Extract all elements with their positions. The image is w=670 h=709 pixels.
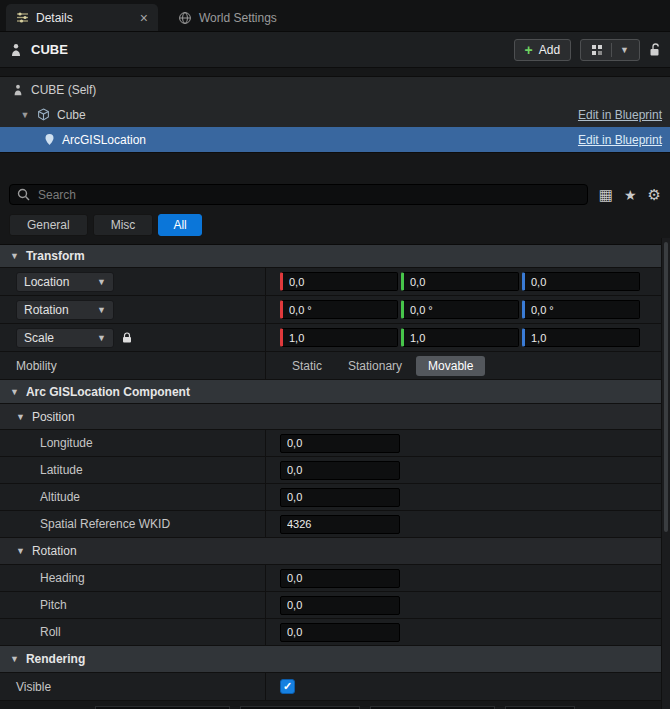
latitude-input[interactable] (281, 464, 399, 476)
rotation-z-field[interactable] (522, 300, 640, 319)
section-rendering[interactable]: ▼ Rendering (0, 646, 670, 673)
property-name: Rotation ▼ (0, 296, 266, 323)
edit-in-blueprint-link[interactable]: Edit in Blueprint (578, 108, 662, 122)
scale-z-field[interactable] (522, 328, 640, 347)
location-z-input[interactable] (525, 276, 639, 288)
tab-details-label: Details (36, 11, 73, 25)
scale-x-input[interactable] (283, 332, 397, 344)
property-label: Heading (40, 571, 85, 585)
search-input[interactable] (36, 187, 580, 203)
spatial-reference-wkid-field[interactable] (280, 515, 400, 534)
browse-icon (591, 44, 603, 56)
property-row-mobility: Mobility Static Stationary Movable (0, 352, 670, 380)
property-name: Heading (0, 565, 266, 591)
scale-lock-icon[interactable] (122, 332, 132, 344)
rotation-x-field[interactable] (280, 300, 398, 319)
location-y-input[interactable] (404, 276, 518, 288)
property-row-pitch: Pitch (0, 592, 670, 619)
subsection-position[interactable]: ▼ Position (0, 404, 670, 430)
section-arcgislocation-component[interactable]: ▼ Arc GISLocation Component (0, 380, 670, 404)
location-z-field[interactable] (522, 272, 640, 291)
favorites-star-icon[interactable]: ★ (624, 188, 637, 202)
property-value (266, 484, 670, 510)
heading-input[interactable] (281, 572, 399, 584)
actor-name: CUBE (31, 42, 68, 57)
tree-row-label: ArcGISLocation (62, 133, 146, 147)
section-transform[interactable]: ▼ Transform (0, 245, 670, 268)
expander-icon[interactable]: ▼ (20, 110, 30, 120)
rotation-type-dropdown[interactable]: Rotation ▼ (16, 300, 114, 320)
tab-details[interactable]: Details × (6, 4, 158, 31)
pitch-input[interactable] (281, 599, 399, 611)
lock-icon[interactable] (649, 43, 661, 57)
scrollbar-thumb[interactable] (664, 242, 668, 532)
rotation-y-input[interactable] (404, 304, 518, 316)
close-tab-icon[interactable]: × (140, 11, 148, 25)
property-name: Longitude (0, 430, 266, 456)
spatial-reference-wkid-input[interactable] (281, 518, 399, 530)
scale-x-field[interactable] (280, 328, 398, 347)
globe-icon (178, 11, 192, 25)
property-row-longitude: Longitude (0, 430, 670, 457)
browse-split-button[interactable]: ▼ (580, 39, 640, 61)
property-value (266, 324, 670, 351)
property-label: Visible (16, 680, 51, 694)
filter-general-label: General (27, 218, 70, 232)
location-x-input[interactable] (283, 276, 397, 288)
chevron-down-icon: ▼ (97, 277, 106, 287)
display-options-icon[interactable]: ▦ (599, 187, 613, 202)
filter-misc[interactable]: Misc (93, 214, 154, 236)
header-actions: + Add ▼ (514, 39, 661, 61)
mobility-movable-button[interactable]: Movable (416, 356, 485, 376)
scale-y-input[interactable] (404, 332, 518, 344)
roll-field[interactable] (280, 623, 400, 642)
property-row-heading: Heading (0, 565, 670, 592)
roll-input[interactable] (281, 626, 399, 638)
tab-world-settings[interactable]: World Settings (168, 4, 287, 31)
scale-z-input[interactable] (525, 332, 639, 344)
tree-row-self[interactable]: CUBE (Self) (0, 77, 670, 102)
filter-all[interactable]: All (158, 214, 201, 236)
longitude-field[interactable] (280, 434, 400, 453)
property-name: Latitude (0, 457, 266, 483)
rotation-z-input[interactable] (525, 304, 639, 316)
search-box[interactable] (9, 184, 588, 205)
location-x-field[interactable] (280, 272, 398, 291)
static-mesh-icon (37, 108, 50, 121)
scale-y-field[interactable] (401, 328, 519, 347)
property-row-location: Location ▼ (0, 268, 670, 296)
mobility-stationary-button[interactable]: Stationary (336, 356, 414, 376)
longitude-input[interactable] (281, 437, 399, 449)
spacer (0, 68, 670, 72)
location-type-dropdown[interactable]: Location ▼ (16, 272, 114, 292)
filter-general[interactable]: General (9, 214, 88, 236)
heading-field[interactable] (280, 569, 400, 588)
tree-row-label: CUBE (Self) (31, 83, 96, 97)
rotation-y-field[interactable] (401, 300, 519, 319)
rotation-x-input[interactable] (283, 304, 397, 316)
scale-type-dropdown[interactable]: Scale ▼ (16, 328, 114, 348)
location-component-icon (44, 133, 55, 146)
tree-row-cube[interactable]: ▼ Cube Edit in Blueprint (0, 102, 670, 127)
subsection-rotation[interactable]: ▼ Rotation (0, 538, 670, 565)
property-label: Roll (40, 625, 61, 639)
edit-in-blueprint-link[interactable]: Edit in Blueprint (578, 133, 662, 147)
property-name: Pitch (0, 592, 266, 618)
altitude-input[interactable] (281, 491, 399, 503)
search-row: ▦ ★ ⚙ (0, 181, 670, 208)
settings-gear-icon[interactable]: ⚙ (648, 187, 661, 202)
property-name: Location ▼ (0, 268, 266, 295)
plus-icon: + (525, 43, 533, 57)
pitch-field[interactable] (280, 596, 400, 615)
tree-row-arcgislocation[interactable]: ArcGISLocation Edit in Blueprint (0, 127, 670, 152)
altitude-field[interactable] (280, 488, 400, 507)
latitude-field[interactable] (280, 461, 400, 480)
mobility-static-button[interactable]: Static (280, 356, 334, 376)
property-name: Roll (0, 619, 266, 645)
visible-checkbox[interactable]: ✓ (280, 679, 295, 694)
add-button[interactable]: + Add (514, 39, 572, 61)
vertical-scrollbar[interactable] (661, 238, 670, 709)
property-label: Latitude (40, 463, 83, 477)
property-name: Mobility (0, 352, 266, 379)
location-y-field[interactable] (401, 272, 519, 291)
